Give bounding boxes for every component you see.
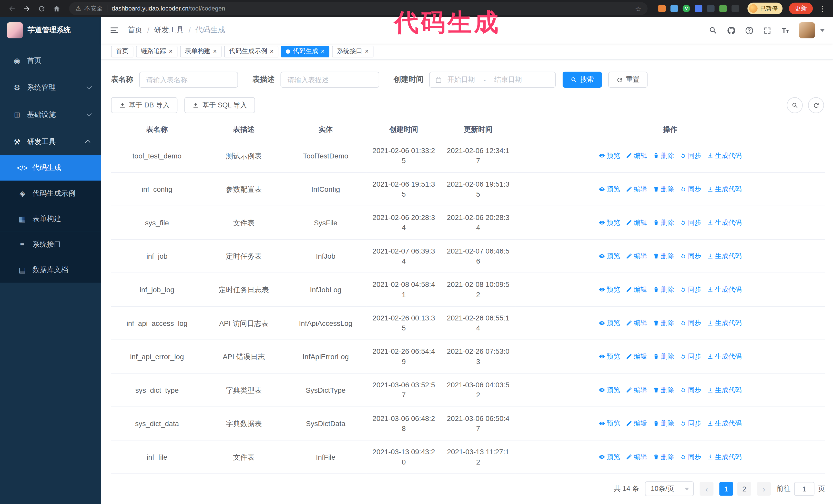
generate-code-link[interactable]: 生成代码 (707, 285, 742, 294)
tags-view-item[interactable]: 表单构建× (180, 45, 222, 57)
generate-code-link[interactable]: 生成代码 (707, 218, 742, 227)
close-icon[interactable]: × (365, 48, 369, 55)
page-button[interactable]: 1 (719, 482, 733, 496)
extension-icon[interactable] (695, 5, 702, 12)
sidebar-item[interactable]: ⚙系统管理 (0, 74, 101, 101)
extension-icon[interactable] (707, 5, 715, 12)
reset-button[interactable]: 重置 (608, 72, 647, 88)
preview-link[interactable]: 预览 (599, 151, 620, 161)
edit-link[interactable]: 编辑 (626, 184, 647, 194)
delete-link[interactable]: 删除 (653, 251, 674, 261)
user-avatar[interactable] (799, 22, 815, 38)
preview-link[interactable]: 预览 (599, 352, 620, 361)
close-icon[interactable]: × (213, 48, 217, 55)
sync-link[interactable]: 同步 (680, 385, 701, 395)
delete-link[interactable]: 删除 (653, 352, 674, 361)
forward-icon[interactable] (20, 2, 33, 15)
sidebar-item[interactable]: ◈代码生成示例 (0, 181, 101, 206)
edit-link[interactable]: 编辑 (626, 251, 647, 261)
sync-link[interactable]: 同步 (680, 318, 701, 328)
close-icon[interactable]: × (321, 48, 325, 55)
breadcrumb-item[interactable]: 首页 (127, 25, 142, 35)
sidebar-item[interactable]: ≡系统接口 (0, 232, 101, 257)
close-icon[interactable]: × (270, 48, 274, 55)
address-bar[interactable]: ⚠ 不安全 dashboard.yudao.iocoder.cn/tool/co… (69, 2, 647, 15)
delete-link[interactable]: 删除 (653, 218, 674, 227)
refresh-table-button[interactable] (808, 97, 824, 113)
generate-code-link[interactable]: 生成代码 (707, 318, 742, 328)
import-sql-button[interactable]: 基于 SQL 导入 (185, 97, 255, 113)
sync-link[interactable]: 同步 (680, 452, 701, 462)
generate-code-link[interactable]: 生成代码 (707, 418, 742, 428)
sidebar-item[interactable]: ⚒研发工具 (0, 128, 101, 155)
sync-link[interactable]: 同步 (680, 251, 701, 261)
preview-link[interactable]: 预览 (599, 285, 620, 294)
close-icon[interactable]: × (169, 48, 173, 55)
fullscreen-icon[interactable] (763, 26, 772, 35)
preview-link[interactable]: 预览 (599, 251, 620, 261)
sync-link[interactable]: 同步 (680, 218, 701, 227)
bookmark-star-icon[interactable]: ☆ (635, 5, 641, 13)
preview-link[interactable]: 预览 (599, 385, 620, 395)
menu-kebab-icon[interactable]: ⋮ (817, 4, 828, 13)
breadcrumb-item[interactable]: 研发工具 (154, 25, 184, 35)
tags-view-item[interactable]: 代码生成示例× (224, 45, 278, 57)
extension-icon[interactable] (658, 5, 666, 12)
sync-link[interactable]: 同步 (680, 352, 701, 361)
font-size-icon[interactable] (781, 26, 790, 35)
sync-link[interactable]: 同步 (680, 418, 701, 428)
reload-icon[interactable] (35, 2, 48, 15)
extension-icon[interactable] (670, 5, 678, 12)
tags-view-item[interactable]: 代码生成× (281, 45, 330, 57)
search-button[interactable]: 搜索 (563, 72, 602, 88)
sync-link[interactable]: 同步 (680, 151, 701, 161)
table-name-input[interactable] (139, 72, 238, 88)
page-size-select[interactable]: 10条/页 (645, 481, 694, 496)
hamburger-icon[interactable] (110, 25, 119, 35)
chevron-down-icon[interactable] (820, 29, 825, 31)
update-button[interactable]: 更新 (789, 3, 813, 14)
sync-link[interactable]: 同步 (680, 285, 701, 294)
delete-link[interactable]: 删除 (653, 285, 674, 294)
edit-link[interactable]: 编辑 (626, 418, 647, 428)
sidebar-item[interactable]: </>代码生成 (0, 155, 101, 181)
preview-link[interactable]: 预览 (599, 184, 620, 194)
delete-link[interactable]: 删除 (653, 151, 674, 161)
import-db-button[interactable]: 基于 DB 导入 (111, 97, 177, 113)
sidebar-item[interactable]: ▦表单构建 (0, 206, 101, 232)
edit-link[interactable]: 编辑 (626, 452, 647, 462)
sidebar-item[interactable]: ⊞基础设施 (0, 101, 101, 128)
page-button[interactable]: 2 (737, 482, 751, 496)
delete-link[interactable]: 删除 (653, 452, 674, 462)
extension-icon[interactable]: V (683, 5, 690, 12)
edit-link[interactable]: 编辑 (626, 285, 647, 294)
generate-code-link[interactable]: 生成代码 (707, 385, 742, 395)
edit-link[interactable]: 编辑 (626, 151, 647, 161)
edit-link[interactable]: 编辑 (626, 318, 647, 328)
help-icon[interactable] (745, 26, 754, 35)
toggle-search-button[interactable] (787, 97, 803, 113)
sidebar-item[interactable]: ▤数据库文档 (0, 257, 101, 283)
delete-link[interactable]: 删除 (653, 184, 674, 194)
goto-page-input[interactable] (794, 482, 814, 496)
profile-chip[interactable]: 已暂停 (747, 3, 783, 14)
preview-link[interactable]: 预览 (599, 418, 620, 428)
edit-link[interactable]: 编辑 (626, 352, 647, 361)
extension-icon[interactable] (732, 5, 739, 12)
extension-icon[interactable] (719, 5, 727, 12)
generate-code-link[interactable]: 生成代码 (707, 352, 742, 361)
next-page-button[interactable]: › (757, 482, 771, 496)
generate-code-link[interactable]: 生成代码 (707, 151, 742, 161)
delete-link[interactable]: 删除 (653, 318, 674, 328)
preview-link[interactable]: 预览 (599, 318, 620, 328)
back-icon[interactable] (5, 2, 18, 15)
generate-code-link[interactable]: 生成代码 (707, 251, 742, 261)
sidebar-item[interactable]: ◉首页 (0, 47, 101, 74)
edit-link[interactable]: 编辑 (626, 385, 647, 395)
create-time-range-picker[interactable]: 开始日期 - 结束日期 (429, 72, 556, 88)
preview-link[interactable]: 预览 (599, 452, 620, 462)
tags-view-item[interactable]: 系统接口× (332, 45, 374, 57)
tags-view-item[interactable]: 首页 (111, 45, 133, 57)
edit-link[interactable]: 编辑 (626, 218, 647, 227)
delete-link[interactable]: 删除 (653, 385, 674, 395)
